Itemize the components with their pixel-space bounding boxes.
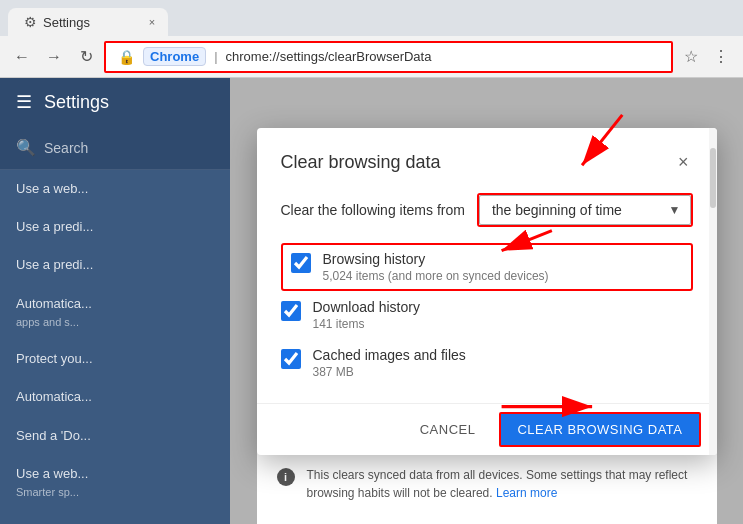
forward-button[interactable]: →: [40, 43, 68, 71]
sync-info: i This clears synced data from all devic…: [277, 466, 697, 502]
gear-icon: ⚙: [24, 14, 37, 30]
browsing-history-item: Browsing history 5,024 items (and more o…: [281, 243, 693, 291]
download-history-checkbox[interactable]: [281, 301, 301, 321]
cached-images-sub: 387 MB: [313, 365, 693, 379]
sidebar-item-6[interactable]: Send a 'Do...: [0, 417, 230, 455]
time-range-row: Clear the following items from the begin…: [281, 193, 693, 227]
dialog-footer: CANCEL CLEAR BROWSING DATA: [257, 403, 717, 455]
settings-sidebar: ☰ Settings 🔍 Search Use a web... Use a p…: [0, 78, 230, 524]
download-history-checkbox-wrapper: [281, 301, 301, 321]
cached-images-item: Cached images and files 387 MB: [281, 339, 693, 387]
dialog-scrollbar[interactable]: [709, 128, 717, 455]
back-button[interactable]: ←: [8, 43, 36, 71]
sidebar-item-1[interactable]: Use a predi...: [0, 208, 230, 246]
sidebar-item-7[interactable]: Use a web... Smarter sp...: [0, 455, 230, 511]
time-range-label: Clear the following items from: [281, 202, 465, 218]
sidebar-title: Settings: [44, 92, 109, 113]
download-history-label: Download history 141 items: [313, 299, 693, 331]
bookmark-button[interactable]: ☆: [677, 43, 705, 71]
info-circle-icon: i: [277, 468, 295, 486]
hamburger-icon[interactable]: ☰: [16, 91, 32, 113]
sidebar-item-3[interactable]: Automatica... apps and s...: [0, 285, 230, 341]
page-area: ☰ Settings 🔍 Search Use a web... Use a p…: [0, 78, 743, 524]
search-label[interactable]: Search: [44, 140, 88, 156]
nav-extras: ☆ ⋮: [677, 43, 735, 71]
browsing-history-label: Browsing history 5,024 items (and more o…: [323, 251, 683, 283]
chrome-label: Chrome: [143, 47, 206, 66]
address-bar[interactable]: 🔒 Chrome | chrome://settings/clearBrowse…: [104, 41, 673, 73]
download-history-sub: 141 items: [313, 317, 693, 331]
browsing-history-main: Browsing history: [323, 251, 683, 267]
browser-window: ⚙ Settings × ← → ↻ 🔒 Chrome | chrome://s…: [0, 0, 743, 524]
lock-icon: 🔒: [118, 49, 135, 65]
scrollbar-thumb: [710, 148, 716, 208]
browsing-history-checkbox[interactable]: [291, 253, 311, 273]
refresh-button[interactable]: ↻: [72, 43, 100, 71]
cached-images-checkbox[interactable]: [281, 349, 301, 369]
cached-images-main: Cached images and files: [313, 347, 693, 363]
time-select-container: the beginning of time the past hour the …: [477, 193, 693, 227]
dialog-close-button[interactable]: ×: [674, 148, 693, 177]
dialog-header: Clear browsing data ×: [257, 128, 717, 185]
cached-images-label: Cached images and files 387 MB: [313, 347, 693, 379]
nav-bar: ← → ↻ 🔒 Chrome | chrome://settings/clear…: [0, 36, 743, 78]
dialog-body: Clear the following items from the begin…: [257, 185, 717, 403]
clear-browsing-data-button[interactable]: CLEAR BROWSING DATA: [499, 412, 700, 447]
sidebar-search: 🔍 Search: [0, 126, 230, 170]
time-range-select[interactable]: the beginning of time the past hour the …: [479, 195, 691, 225]
browsing-history-checkbox-wrapper: [291, 253, 311, 273]
sidebar-item-2[interactable]: Use a predi...: [0, 246, 230, 284]
cancel-button[interactable]: CANCEL: [404, 414, 492, 445]
sync-info-text: This clears synced data from all devices…: [307, 466, 697, 502]
clear-browsing-data-dialog: Clear browsing data × Clear the followin…: [257, 128, 717, 455]
search-icon: 🔍: [16, 138, 36, 157]
sidebar-item-0[interactable]: Use a web...: [0, 170, 230, 208]
tab-bar: ⚙ Settings ×: [0, 0, 743, 36]
sidebar-item-4[interactable]: Protect you...: [0, 340, 230, 378]
settings-tab[interactable]: ⚙ Settings ×: [8, 8, 168, 36]
tab-title: Settings: [43, 15, 90, 30]
menu-button[interactable]: ⋮: [707, 43, 735, 71]
cached-images-checkbox-wrapper: [281, 349, 301, 369]
tab-close-button[interactable]: ×: [144, 14, 160, 30]
download-history-item: Download history 141 items: [281, 291, 693, 339]
sidebar-header: ☰ Settings: [0, 78, 230, 126]
main-content: Clear browsing data × Clear the followin…: [230, 78, 743, 524]
dialog-title: Clear browsing data: [281, 152, 441, 173]
browsing-history-sub: 5,024 items (and more on synced devices): [323, 269, 683, 283]
learn-more-link[interactable]: Learn more: [496, 486, 557, 500]
url-text: chrome://settings/clearBrowserData: [226, 49, 659, 64]
url-separator: |: [214, 49, 217, 64]
download-history-main: Download history: [313, 299, 693, 315]
sidebar-item-5[interactable]: Automatica...: [0, 378, 230, 416]
